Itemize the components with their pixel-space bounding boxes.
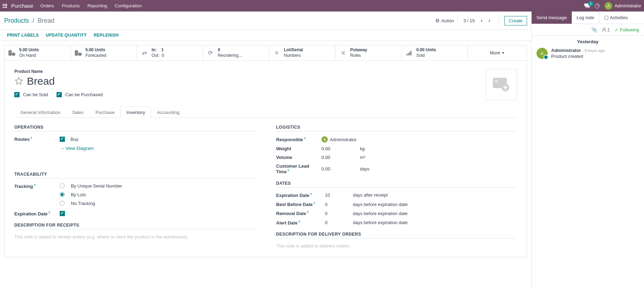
lead-time-label: Customer Lead Time?: [276, 163, 321, 174]
transfer-icon: ⇄: [140, 49, 148, 57]
product-name[interactable]: Bread: [27, 75, 55, 87]
followers-icon[interactable]: 1: [602, 27, 610, 32]
activities-button[interactable]: Activities: [599, 12, 632, 24]
tracking-lots-radio[interactable]: [60, 192, 65, 197]
messages-icon[interactable]: 1: [584, 3, 590, 8]
svg-point-7: [603, 28, 605, 30]
product-image-placeholder[interactable]: [486, 69, 517, 100]
messages-badge: 1: [588, 1, 594, 6]
stat-more[interactable]: More ▼: [468, 45, 527, 60]
responsible-label: Responsible?: [276, 137, 321, 142]
desc-delivery-title: DESCRIPTION FOR DELIVERY ORDERS: [276, 232, 517, 238]
tabs: General Information Sales Purchase Inven…: [14, 107, 517, 118]
replenish-button[interactable]: REPLENISH: [94, 33, 119, 38]
alert-date-value[interactable]: 0: [325, 220, 353, 225]
desc-receipts-placeholder[interactable]: This note is added to receipt orders (e.…: [14, 234, 255, 239]
menu-reporting[interactable]: Reporting: [87, 3, 107, 8]
stat-forecast[interactable]: 5.00 UnitsForecasted: [71, 45, 137, 60]
desc-delivery-placeholder[interactable]: This note is added to delivery orders.: [276, 243, 517, 249]
create-button[interactable]: Create: [504, 16, 527, 25]
message-date-separator: Yesterday: [532, 36, 644, 46]
svg-rect-3: [410, 51, 412, 55]
alert-date-label: Alert Date?: [276, 220, 325, 226]
form-sheet: Product Name Bread Can be Sold Can be Pu…: [4, 61, 527, 257]
message-time: - 9 hours ago: [582, 48, 605, 53]
volume-value[interactable]: 0.00: [321, 155, 360, 160]
message-item: A Administrator - 9 hours ago Product cr…: [532, 46, 644, 61]
stat-lots[interactable]: ≡ Lot/SerialNumbers: [269, 45, 336, 60]
expiration-date-field-label: Expiration Date?: [276, 192, 325, 198]
bars-icon: [405, 49, 413, 57]
pager-prev[interactable]: ‹: [478, 17, 485, 24]
responsible-value[interactable]: A Administrator: [321, 136, 357, 143]
message-author[interactable]: Administrator: [551, 48, 581, 53]
best-before-label: Best Before Date?: [276, 201, 325, 207]
desc-receipts-title: DESCRIPTION FOR RECEIPTS: [14, 223, 255, 229]
dates-title: DATES: [276, 181, 517, 188]
stat-boxes: 5.00 UnitsOn Hand 5.00 UnitsForecasted ⇄…: [4, 45, 527, 61]
svg-rect-2: [409, 52, 410, 55]
view-diagram-link[interactable]: View Diagram: [60, 146, 94, 151]
tracking-label: Tracking?: [14, 183, 60, 189]
svg-point-5: [495, 80, 498, 83]
activities-icon[interactable]: [595, 3, 600, 8]
breadcrumb: Products / Bread: [4, 17, 54, 24]
chatter-panel: Send message Log note Activities 📎 1 ✓ F…: [531, 12, 644, 290]
breadcrumb-bar: Products / Bread Action 3 / 15 ‹ › Creat…: [0, 12, 531, 30]
stat-sold[interactable]: 0.00 UnitsSold: [402, 45, 468, 60]
expiration-date-label: Expiration Date?: [14, 211, 60, 216]
app-title[interactable]: Purchase: [11, 3, 33, 9]
print-labels-button[interactable]: PRINT LABELS: [7, 33, 39, 38]
menu-orders[interactable]: Orders: [40, 3, 54, 8]
tab-sales[interactable]: Sales: [66, 107, 90, 118]
expiration-date-checkbox[interactable]: [60, 211, 65, 216]
breadcrumb-current: Bread: [38, 17, 54, 24]
attachment-icon[interactable]: 📎: [591, 27, 597, 32]
stat-reorder[interactable]: ⟳ 0Reordering…: [203, 45, 269, 60]
log-note-button[interactable]: Log note: [572, 12, 599, 24]
avatar: A: [321, 136, 328, 143]
topbar: Purchase Orders Products Reporting Confi…: [0, 0, 644, 12]
pager-text[interactable]: 3 / 15: [463, 18, 475, 23]
topbar-menu: Orders Products Reporting Configuration: [40, 3, 142, 8]
stat-putaway[interactable]: ⤭ PutawayRules: [335, 45, 402, 60]
menu-configuration[interactable]: Configuration: [115, 3, 142, 8]
best-before-value[interactable]: 0: [325, 202, 353, 207]
gear-icon: [435, 18, 440, 23]
removal-date-label: Removal Date?: [276, 211, 325, 216]
stat-onhand[interactable]: 5.00 UnitsOn Hand: [5, 45, 71, 60]
route-buy-checkbox[interactable]: [60, 137, 65, 142]
user-name: Administrator: [614, 3, 641, 8]
message-avatar: A: [536, 48, 548, 59]
following-button[interactable]: ✓ Following: [615, 27, 639, 32]
can-be-sold-checkbox[interactable]: [14, 92, 20, 97]
removal-date-value[interactable]: 0: [325, 211, 353, 216]
breadcrumb-parent[interactable]: Products: [4, 17, 29, 24]
stat-inout[interactable]: ⇄ In: 1 Out: 0: [137, 45, 203, 60]
send-message-button[interactable]: Send message: [532, 12, 572, 24]
apps-icon[interactable]: [3, 4, 7, 8]
tab-general[interactable]: General Information: [14, 107, 66, 118]
can-be-purchased-checkbox[interactable]: [57, 92, 62, 97]
tracking-none-radio[interactable]: [60, 201, 65, 206]
svg-rect-1: [408, 53, 409, 55]
caret-down-icon: ▼: [502, 51, 505, 55]
action-menu[interactable]: Action: [432, 16, 457, 25]
tab-inventory[interactable]: Inventory: [120, 107, 151, 118]
message-body: Product created: [551, 54, 639, 59]
routes-label: Routes?: [14, 136, 60, 142]
refresh-icon: ⟳: [207, 49, 214, 57]
lead-time-value[interactable]: 0.00: [321, 166, 360, 171]
user-menu[interactable]: A Administrator: [605, 2, 641, 10]
list-icon: ≡: [273, 49, 281, 57]
menu-products[interactable]: Products: [62, 3, 80, 8]
tab-accounting[interactable]: Accounting: [151, 107, 185, 118]
pager-next[interactable]: ›: [486, 17, 493, 24]
weight-value[interactable]: 0.00: [321, 146, 360, 151]
traceability-title: TRACEABILITY: [14, 172, 255, 178]
tab-purchase[interactable]: Purchase: [89, 107, 120, 118]
tracking-serial-radio[interactable]: [60, 183, 65, 188]
expiration-date-value[interactable]: 10: [325, 192, 353, 198]
favorite-star-icon[interactable]: [14, 77, 23, 86]
update-quantity-button[interactable]: UPDATE QUANTITY: [46, 33, 87, 38]
